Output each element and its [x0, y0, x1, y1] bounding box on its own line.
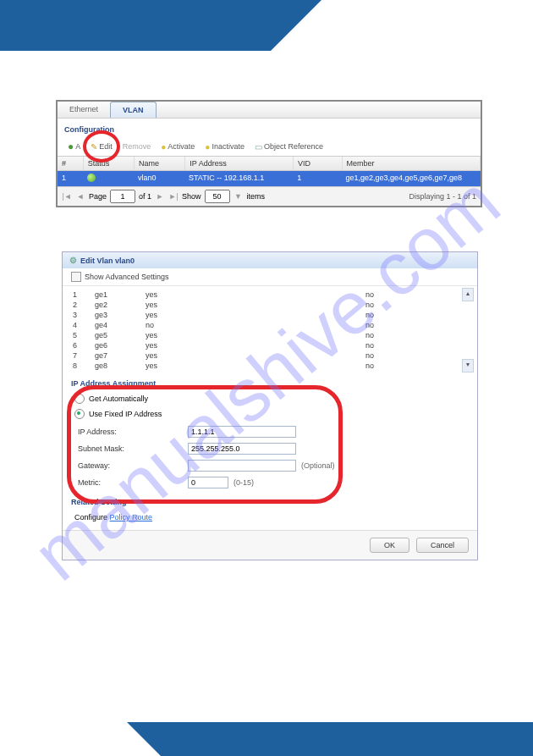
cell-status	[83, 171, 134, 186]
page-first-button[interactable]: |◄	[62, 192, 72, 201]
cell-vid: 1	[293, 171, 341, 186]
inactivate-button[interactable]: ●Inactivate	[201, 141, 248, 152]
page-input[interactable]	[110, 190, 135, 203]
table-row[interactable]: 1 vlan0 STATIC -- 192.168.1.1 1 ge1,ge2,…	[58, 171, 481, 186]
port-row[interactable]: 1ge1yesno	[73, 290, 467, 300]
port-num: 3	[73, 311, 95, 319]
port-row[interactable]: 6ge6yesno	[73, 340, 467, 350]
radio-fixed-ip[interactable]: Use Fixed IP Address	[63, 406, 477, 422]
show-advanced-label: Show Advanced Settings	[85, 273, 169, 281]
port-b: no	[365, 311, 416, 319]
show-advanced-button[interactable]: Show Advanced Settings	[63, 268, 477, 286]
optional-hint: (Optional)	[301, 461, 335, 470]
dialog-title-bar: ⚙ Edit Vlan vlan0	[63, 252, 477, 268]
top-banner	[0, 0, 533, 51]
port-name: ge2	[95, 301, 146, 309]
page-last-button[interactable]: ►|	[168, 192, 179, 201]
cancel-button[interactable]: Cancel	[416, 538, 469, 553]
expand-icon	[71, 272, 81, 282]
port-num: 7	[73, 351, 95, 360]
mask-input[interactable]	[188, 443, 296, 455]
port-row[interactable]: 4ge4nono	[73, 320, 467, 330]
port-row[interactable]: 8ge8yesno	[73, 361, 467, 371]
gear-icon: ⚙	[69, 256, 77, 265]
port-num: 4	[73, 321, 95, 329]
page-of: of 1	[139, 192, 151, 201]
port-num: 6	[73, 341, 95, 350]
port-num: 2	[73, 301, 95, 309]
pencil-icon: ✎	[91, 142, 97, 152]
port-a: yes	[146, 341, 365, 350]
port-b: no	[365, 290, 416, 299]
col-vid[interactable]: VID	[294, 157, 343, 170]
radio-get-auto[interactable]: Get Automatically	[63, 391, 477, 406]
port-num: 1	[73, 290, 95, 299]
port-row[interactable]: 2ge2yesno	[73, 300, 467, 310]
scroll-up-button[interactable]: ▴	[462, 288, 474, 301]
configure-prefix: Configure	[74, 513, 110, 521]
plus-icon: ●	[68, 141, 74, 152]
metric-label: Metric:	[78, 478, 188, 487]
col-status[interactable]: Status	[84, 157, 135, 170]
paging-bar: |◄ ◄ Page of 1 ► ►| Show ▼ items Display…	[58, 186, 481, 206]
col-member[interactable]: Member	[343, 157, 481, 170]
cell-num: 1	[58, 171, 83, 186]
cell-ip: STATIC -- 192.168.1.1	[184, 171, 293, 186]
display-count: Displaying 1 - 1 of 1	[409, 192, 476, 201]
col-num[interactable]: #	[58, 157, 84, 170]
ip-input[interactable]	[188, 426, 296, 438]
gateway-label: Gateway:	[78, 461, 188, 470]
ip-assignment-header: IP Address Assignment	[63, 374, 477, 391]
cell-member: ge1,ge2,ge3,ge4,ge5,ge6,ge7,ge8	[341, 171, 481, 186]
port-name: ge1	[95, 290, 146, 299]
remove-button[interactable]: Remove	[119, 141, 155, 152]
scroll-down-button[interactable]: ▾	[462, 359, 474, 372]
tab-ethernet[interactable]: Ethernet	[58, 102, 110, 118]
col-name[interactable]: Name	[135, 157, 185, 170]
add-button[interactable]: ●A	[64, 140, 84, 153]
radio-auto-label: Get Automatically	[89, 395, 148, 403]
activate-button[interactable]: ●Activate	[157, 141, 198, 152]
cell-name: vlan0	[134, 171, 184, 186]
config-header: Configuration	[58, 119, 481, 137]
mask-label: Subnet Mask:	[78, 444, 188, 453]
port-a: yes	[146, 311, 365, 319]
port-a: yes	[146, 331, 365, 339]
metric-hint: (0-15)	[234, 478, 254, 487]
port-b: no	[365, 321, 416, 329]
radio-fixed-label: Use Fixed IP Address	[89, 410, 162, 418]
config-panel: Ethernet VLAN Configuration ●A ✎Edit Rem…	[56, 100, 482, 207]
per-page-input[interactable]	[205, 190, 230, 203]
port-row[interactable]: 3ge3yesno	[73, 310, 467, 320]
port-a: yes	[146, 351, 365, 360]
port-a: yes	[146, 301, 365, 309]
scroll-bar: ▴ ▾	[462, 288, 474, 372]
ip-form: IP Address: Subnet Mask: Gateway: (Optio…	[63, 422, 477, 493]
port-b: no	[365, 341, 416, 350]
related-header: Related Setting	[63, 493, 477, 510]
per-page-dropdown-icon[interactable]: ▼	[234, 192, 244, 201]
bulb-off-icon: ●	[205, 142, 210, 152]
tab-vlan[interactable]: VLAN	[110, 102, 157, 118]
metric-input[interactable]	[188, 477, 228, 488]
port-b: no	[365, 351, 416, 360]
object-reference-button[interactable]: ▭Object Reference	[251, 141, 327, 152]
port-name: ge3	[95, 311, 146, 319]
port-num: 5	[73, 331, 95, 339]
port-name: ge4	[95, 321, 146, 329]
port-name: ge7	[95, 351, 146, 360]
grid-header: # Status Name IP Address VID Member	[58, 156, 481, 171]
port-row[interactable]: 5ge5yesno	[73, 330, 467, 340]
ok-button[interactable]: OK	[370, 538, 409, 553]
status-active-icon	[87, 174, 96, 182]
gateway-input[interactable]	[188, 460, 296, 472]
policy-route-link[interactable]: Policy Route	[110, 513, 153, 521]
page-prev-button[interactable]: ◄	[75, 192, 85, 201]
page-label: Page	[89, 192, 107, 201]
edit-button[interactable]: ✎Edit	[87, 141, 116, 152]
port-a: yes	[146, 290, 365, 299]
page-next-button[interactable]: ►	[155, 192, 165, 201]
col-ip[interactable]: IP Address	[185, 157, 294, 170]
port-row[interactable]: 7ge7yesno	[73, 350, 467, 361]
related-setting: Configure Policy Route	[63, 510, 477, 530]
